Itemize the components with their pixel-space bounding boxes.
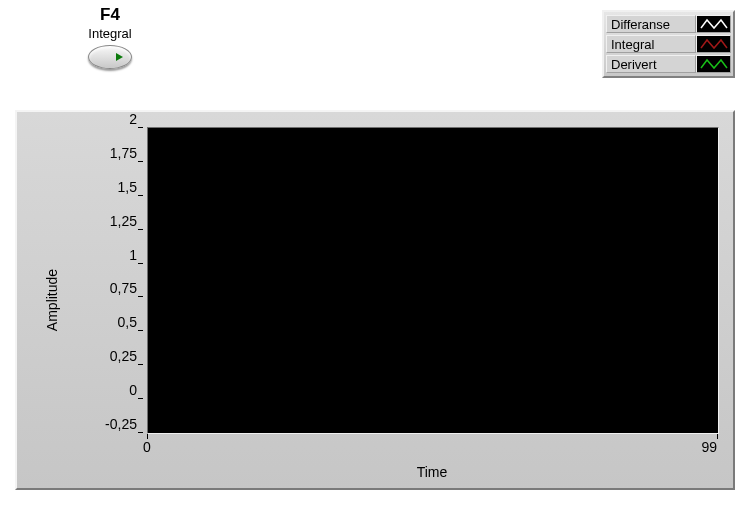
x-tick-label: 0 xyxy=(143,439,151,455)
legend-row[interactable]: Differanse xyxy=(606,14,731,34)
control-block: F4 Integral xyxy=(60,5,160,69)
y-tick-label: 1,75 xyxy=(110,145,143,161)
plot-legend[interactable]: Differanse Integral Derivert xyxy=(602,10,735,78)
waveform-icon xyxy=(700,18,728,30)
plot-area[interactable] xyxy=(147,127,719,434)
y-tick-label: 1,5 xyxy=(118,179,143,195)
waveform-chart: Amplitude 2 1,75 1,5 1,25 1 0,75 0,5 0,2… xyxy=(15,110,735,490)
y-tick-label: 1,25 xyxy=(110,213,143,229)
integral-toggle-button[interactable] xyxy=(88,45,132,69)
legend-swatch xyxy=(696,15,731,33)
y-axis: 2 1,75 1,5 1,25 1 0,75 0,5 0,25 0 -0,25 xyxy=(17,127,145,432)
legend-row[interactable]: Integral xyxy=(606,34,731,54)
control-title: F4 xyxy=(60,5,160,25)
y-tick-label: 0,25 xyxy=(110,348,143,364)
y-tick-label: -0,25 xyxy=(105,416,143,432)
legend-swatch xyxy=(696,55,731,73)
legend-label: Differanse xyxy=(606,15,696,33)
x-axis-label: Time xyxy=(417,464,448,480)
x-tick-label: 99 xyxy=(701,439,717,455)
y-tick-label: 0 xyxy=(129,382,143,398)
play-indicator-icon xyxy=(116,53,123,61)
y-tick-label: 1 xyxy=(129,247,143,263)
legend-swatch xyxy=(696,35,731,53)
waveform-icon xyxy=(700,58,728,70)
control-subtitle: Integral xyxy=(60,26,160,41)
y-tick-label: 0,5 xyxy=(118,314,143,330)
legend-label: Derivert xyxy=(606,55,696,73)
legend-label: Integral xyxy=(606,35,696,53)
y-tick-label: 2 xyxy=(129,111,143,127)
waveform-icon xyxy=(700,38,728,50)
y-tick-label: 0,75 xyxy=(110,280,143,296)
x-axis: 0 99 Time xyxy=(147,434,717,484)
legend-row[interactable]: Derivert xyxy=(606,54,731,74)
